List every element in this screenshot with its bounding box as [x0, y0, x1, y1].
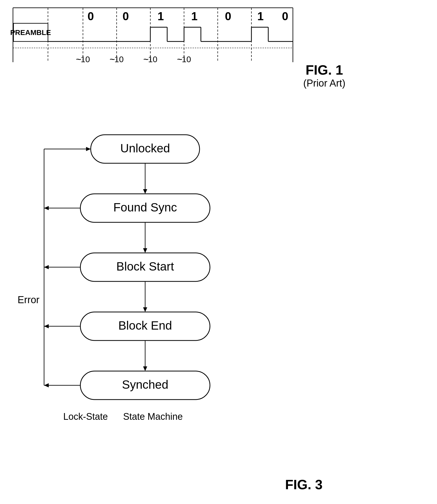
state-synched-text: Synched	[122, 378, 168, 391]
tilde-3: ~	[144, 55, 149, 64]
svg-marker-52	[44, 265, 49, 269]
state-block-end-text: Block End	[118, 319, 172, 332]
svg-marker-54	[44, 383, 49, 387]
svg-marker-53	[44, 324, 49, 328]
svg-marker-32	[143, 189, 147, 194]
fig3-label: FIG. 3	[285, 477, 322, 492]
state-found-sync-text: Found Sync	[113, 201, 177, 214]
svg-marker-35	[143, 248, 147, 253]
bit-0-3: 0	[225, 10, 231, 23]
state-unlocked-text: Unlocked	[120, 141, 170, 155]
timing-diagram: 0 0 1 1 0 1 0 PREAMBLE ~10 ~10 ~10 ~10 ~…	[8, 5, 298, 109]
fig1-number: FIG. 1	[303, 62, 346, 78]
svg-marker-51	[44, 206, 49, 210]
bit-1-2: 1	[191, 10, 198, 23]
fig1-subtitle: (Prior Art)	[303, 78, 346, 89]
svg-marker-38	[143, 307, 147, 312]
bit-0-4: 0	[282, 10, 288, 23]
tilde-1: ~	[76, 55, 81, 64]
bit-0-1: 0	[88, 10, 94, 23]
fig1-label: FIG. 1 (Prior Art)	[303, 62, 346, 89]
svg-marker-41	[143, 366, 147, 371]
tilde-2: ~	[110, 55, 115, 64]
preamble-label: PREAMBLE	[10, 29, 51, 37]
fig3-number: FIG. 3	[285, 477, 322, 492]
bit-1-1: 1	[158, 10, 164, 23]
bit-0-2: 0	[123, 10, 129, 23]
state-block-start-text: Block Start	[116, 260, 174, 273]
svg-marker-50	[86, 147, 91, 151]
bottom-label-lockstate: Lock-State	[63, 411, 108, 422]
bottom-label-statemachine: State Machine	[123, 411, 183, 422]
error-label: Error	[18, 294, 40, 305]
bit-1-3: 1	[257, 10, 264, 23]
state-machine-diagram: Unlocked Found Sync Block Start Block En…	[8, 127, 293, 485]
tilde-4: ~	[178, 55, 182, 64]
